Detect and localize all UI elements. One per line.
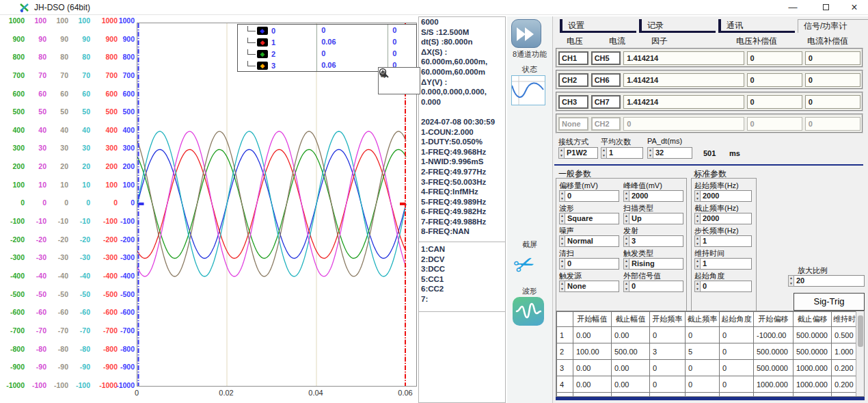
spinner-arrows[interactable]: ▲▼ — [601, 147, 607, 159]
param-步长频率(Hz)-value[interactable]: 1 — [701, 235, 752, 247]
param-截止频率(Hz)-value[interactable]: 2000 — [701, 213, 752, 224]
maximize-button[interactable] — [812, 0, 839, 15]
scissors-icon[interactable]: ✂ — [510, 248, 539, 282]
spin-up-icon[interactable]: ▲ — [624, 281, 629, 287]
spin-up-icon[interactable]: ▲ — [601, 148, 606, 153]
current-channel-select[interactable]: CH7 — [591, 95, 621, 109]
sweep-row[interactable]: 10.000.00000-1000.00500.00000.500 — [557, 327, 858, 343]
param-起始角度[interactable]: ▲▼0 — [694, 281, 752, 292]
factor-input[interactable]: 1.414214 — [623, 73, 744, 87]
spinner-arrows[interactable]: ▲▼ — [694, 213, 701, 224]
spinner-arrows[interactable]: ▲▼ — [788, 275, 794, 287]
current-comp-input[interactable]: 0 — [805, 73, 860, 87]
spinner-arrows[interactable]: ▲▼ — [623, 190, 629, 202]
spin-down-icon[interactable]: ▼ — [695, 287, 700, 292]
spin-down-icon[interactable]: ▼ — [695, 242, 700, 247]
spinner-arrows[interactable]: ▲▼ — [558, 147, 565, 159]
voltage-channel-select[interactable]: CH2 — [558, 73, 588, 87]
spinner-arrows[interactable]: ▲▼ — [623, 235, 629, 247]
spinner-arrows[interactable]: ▲▼ — [559, 281, 565, 292]
spin-up-icon[interactable]: ▲ — [695, 213, 700, 219]
spinner-arrows[interactable]: ▲▼ — [559, 190, 565, 202]
param-噪声-value[interactable]: Normal — [565, 235, 619, 247]
spinner-arrows[interactable]: ▲▼ — [623, 258, 629, 270]
tab-3[interactable]: 通讯 — [718, 19, 795, 33]
tab-4[interactable]: 信号/功率计 — [798, 19, 868, 33]
param-扫描类型[interactable]: ▲▼Up — [623, 213, 683, 224]
wiring-field-3-value[interactable]: 32 — [653, 147, 692, 159]
spin-down-icon[interactable]: ▼ — [695, 196, 700, 202]
sig-trig-button[interactable]: Sig-Trig — [794, 293, 865, 311]
spin-up-icon[interactable]: ▲ — [789, 276, 794, 281]
factor-input[interactable]: 1.414214 — [623, 51, 744, 65]
spin-down-icon[interactable]: ▼ — [601, 153, 606, 159]
spin-down-icon[interactable]: ▼ — [789, 281, 794, 287]
spin-down-icon[interactable]: ▼ — [695, 264, 700, 270]
voltage-comp-input[interactable]: 0 — [747, 51, 802, 65]
plot-legend[interactable]: ◆000◆10.060◆200◆30.060◆ — [237, 24, 417, 72]
wiring-field-1[interactable]: ▲▼P1W2 — [558, 147, 598, 159]
spin-down-icon[interactable]: ▼ — [560, 219, 565, 224]
param-触发源-value[interactable]: None — [565, 281, 619, 292]
spin-up-icon[interactable]: ▲ — [648, 148, 653, 153]
spin-up-icon[interactable]: ▲ — [560, 213, 565, 219]
spin-down-icon[interactable]: ▼ — [559, 153, 564, 159]
spin-down-icon[interactable]: ▼ — [560, 196, 565, 202]
spin-up-icon[interactable]: ▲ — [560, 281, 565, 287]
spin-down-icon[interactable]: ▼ — [624, 242, 629, 247]
spinner-arrows[interactable]: ▲▼ — [623, 281, 629, 292]
current-comp-input[interactable]: 0 — [805, 117, 860, 131]
status-waveform-icon[interactable] — [511, 75, 545, 105]
spin-up-icon[interactable]: ▲ — [695, 281, 700, 287]
spin-down-icon[interactable]: ▼ — [624, 196, 629, 202]
param-步长频率(Hz)[interactable]: ▲▼1 — [694, 235, 752, 247]
spin-up-icon[interactable]: ▲ — [624, 191, 629, 196]
voltage-comp-input[interactable]: 0 — [747, 117, 802, 131]
param-外部信号值[interactable]: ▲▼0 — [623, 281, 683, 292]
param-清扫-value[interactable]: 0 — [565, 258, 619, 270]
factor-input[interactable]: 1.414214 — [623, 95, 744, 109]
waveform-plot[interactable]: ◆000◆10.060◆200◆30.060◆ + — [137, 23, 417, 387]
legend-row[interactable]: ◆10.060 — [238, 36, 416, 48]
wiring-field-1-value[interactable]: P1W2 — [565, 147, 598, 159]
spin-up-icon[interactable]: ▲ — [695, 236, 700, 242]
eight-channel-function-button[interactable] — [511, 19, 541, 48]
tab-2[interactable]: 记录 — [639, 19, 716, 33]
plot-zoom-controls[interactable]: + — [378, 67, 420, 94]
param-维持时间-value[interactable]: 1 — [701, 258, 752, 270]
scrollbar-thumb[interactable] — [858, 315, 863, 347]
spin-up-icon[interactable]: ▲ — [695, 191, 700, 196]
spin-up-icon[interactable]: ▲ — [624, 259, 629, 264]
param-截止频率(Hz)[interactable]: ▲▼2000 — [694, 213, 752, 224]
zoom-ratio-value[interactable]: 20 — [794, 275, 865, 287]
spin-down-icon[interactable]: ▼ — [560, 242, 565, 247]
waveform-button[interactable] — [513, 297, 544, 326]
voltage-channel-select[interactable]: CH3 — [558, 95, 588, 109]
spin-down-icon[interactable]: ▼ — [624, 287, 629, 292]
current-comp-input[interactable]: 0 — [805, 95, 860, 109]
wiring-field-2[interactable]: ▲▼1 — [601, 147, 643, 159]
param-触发源[interactable]: ▲▼None — [559, 281, 619, 292]
param-起始频率(Hz)[interactable]: ▲▼2000 — [694, 190, 752, 202]
param-触发类型[interactable]: ▲▼Rising — [623, 258, 683, 270]
voltage-comp-input[interactable]: 0 — [747, 73, 802, 87]
param-发射[interactable]: ▲▼3 — [623, 235, 683, 247]
spin-up-icon[interactable]: ▲ — [695, 259, 700, 264]
legend-row[interactable]: ◆000 — [238, 25, 416, 36]
current-comp-input[interactable]: 0 — [805, 51, 860, 65]
param-峰峰值(mV)-value[interactable]: 2000 — [629, 190, 683, 202]
minimize-button[interactable]: — — [779, 0, 806, 15]
factor-input[interactable]: 0 — [623, 117, 744, 131]
sweep-table-scrollbar[interactable] — [856, 311, 864, 397]
spinner-arrows[interactable]: ▲▼ — [694, 258, 701, 270]
param-起始频率(Hz)-value[interactable]: 2000 — [701, 190, 752, 202]
spin-up-icon[interactable]: ▲ — [560, 259, 565, 264]
wiring-field-3[interactable]: ▲▼32 — [647, 147, 692, 159]
param-清扫[interactable]: ▲▼0 — [559, 258, 619, 270]
spin-up-icon[interactable]: ▲ — [560, 191, 565, 196]
param-起始角度-value[interactable]: 0 — [701, 281, 752, 292]
spin-down-icon[interactable]: ▼ — [648, 153, 653, 159]
pan-hand-icon[interactable] — [379, 68, 388, 77]
sweep-row[interactable]: 2100.00500.00350500.0000500.00001.000 — [557, 343, 858, 360]
param-触发类型-value[interactable]: Rising — [629, 258, 683, 270]
